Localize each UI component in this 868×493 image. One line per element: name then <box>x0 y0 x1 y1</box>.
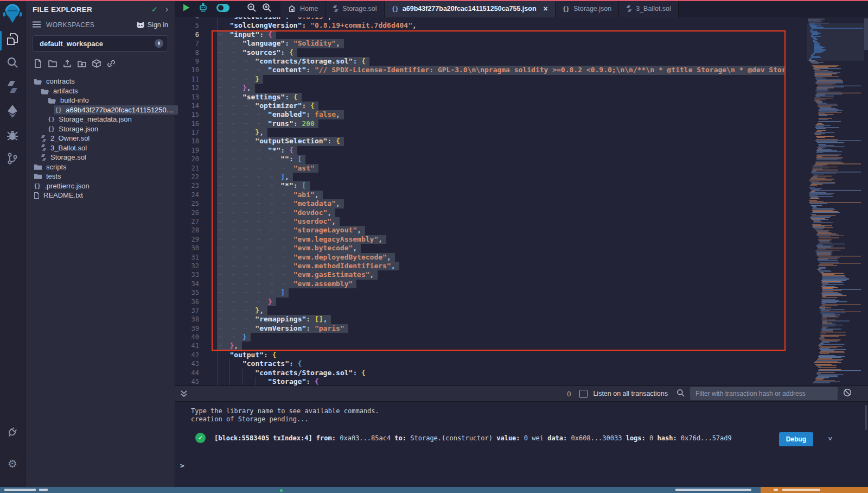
editor-scrollbar[interactable] <box>864 17 868 385</box>
code-line-14[interactable]: 14→→→"optimizer": { <box>175 102 786 110</box>
code-line-37[interactable]: 37→→→}, <box>175 306 786 315</box>
tree-item-artifacts[interactable]: artifacts <box>25 86 175 96</box>
code-line-42[interactable]: 42"output": { <box>175 351 786 359</box>
code-editor[interactable]: 4"solcVersion": "0.8.19",5"solcLongVersi… <box>175 17 868 385</box>
code-line-36[interactable]: 36→→→→} <box>175 298 786 306</box>
workspace-dropdown[interactable]: default_workspace ▲▼ <box>33 35 168 52</box>
code-line-40[interactable]: 40→→} <box>175 333 786 342</box>
code-line-15[interactable]: 15→→→→"enabled": false, <box>175 110 786 119</box>
file-explorer-icon[interactable] <box>0 33 25 46</box>
code-line-43[interactable]: 43"contracts": { <box>175 359 786 368</box>
assistant-toggle[interactable] <box>216 3 230 15</box>
code-line-21[interactable]: 21→→→→→→"ast" <box>175 164 786 173</box>
code-line-28[interactable]: 28→→→→→→"storageLayout", <box>175 226 786 235</box>
tree-item-2-owner-sol[interactable]: 2_Owner.sol <box>25 134 175 143</box>
terminal-search-icon[interactable] <box>676 389 685 399</box>
tree-item-build-info[interactable]: build-info <box>25 96 175 105</box>
tree-item-3-ballot-sol[interactable]: 3_Ballot.sol <box>25 143 175 153</box>
new-file-icon[interactable] <box>34 59 42 70</box>
tree-item-scripts[interactable]: scripts <box>25 162 175 172</box>
settings-gear-icon[interactable]: ⚙ <box>0 458 25 469</box>
code-line-25[interactable]: 25→→→→→→"metadata", <box>175 199 786 208</box>
code-line-27[interactable]: 27→→→→→→"userdoc", <box>175 217 786 226</box>
code-line-35[interactable]: 35→→→→→] <box>175 288 786 297</box>
deploy-run-icon[interactable] <box>0 104 25 118</box>
code-line-33[interactable]: 33→→→→→→"evm.gasEstimates", <box>175 270 786 279</box>
zoom-in-icon[interactable] <box>262 3 272 15</box>
tree-item-storage-sol[interactable]: Storage.sol <box>25 153 175 162</box>
code-line-4[interactable]: 4"solcVersion": "0.8.19", <box>175 17 786 21</box>
code-line-10[interactable]: 10→→→→"content": "// SPDX-License-Identi… <box>175 66 786 74</box>
code-line-12[interactable]: 12→→}, <box>175 84 786 92</box>
git-icon[interactable] <box>0 152 25 165</box>
code-line-16[interactable]: 16→→→→"runs": 200 <box>175 119 786 128</box>
code-line-38[interactable]: 38→→→"remappings": [], <box>175 315 786 324</box>
tree-item-a69b43f277ba20fcac141151250ca7-[interactable]: {}a69b43f277ba20fcac141151250ca7... <box>25 105 175 115</box>
new-folder-icon[interactable] <box>48 59 57 70</box>
terminal-expand-button[interactable] <box>175 390 188 397</box>
tab-home[interactable]: Home <box>280 0 326 17</box>
hamburger-menu-icon[interactable] <box>33 20 41 30</box>
github-signin-button[interactable]: Sign in <box>136 21 168 29</box>
tree-item-readme-txt[interactable]: README.txt <box>25 191 175 200</box>
zoom-out-icon[interactable] <box>247 3 257 15</box>
code-line-6[interactable]: 6→"input": { <box>175 30 786 39</box>
debugger-icon[interactable] <box>0 129 25 141</box>
code-line-20[interactable]: 20→→→→→"": [ <box>175 155 786 163</box>
ai-assistant-icon[interactable] <box>198 3 208 15</box>
code-line-24[interactable]: 24→→→→→→"abi", <box>175 191 786 199</box>
terminal-prompt[interactable]: > <box>180 462 184 470</box>
code-line-7[interactable]: 7→→"language": "Solidity", <box>175 39 786 48</box>
terminal[interactable]: Type the library name to see available c… <box>175 402 868 487</box>
close-tab-icon[interactable]: × <box>544 5 548 12</box>
code-line-34[interactable]: 34→→→→→→"evm.assembly" <box>175 280 786 288</box>
terminal-scrollbar[interactable] <box>865 405 867 430</box>
tab-storage-sol[interactable]: Storage.sol <box>326 0 384 17</box>
code-line-32[interactable]: 32→→→→→→"evm.methodIdentifiers", <box>175 262 786 270</box>
code-line-39[interactable]: 39→→→"evmVersion": "paris" <box>175 324 786 333</box>
code-line-45[interactable]: 45"Storage": { <box>175 377 786 385</box>
tx-expand-caret-icon[interactable]: ˅ <box>828 435 832 443</box>
tab-storage-json[interactable]: {}Storage.json <box>556 0 619 17</box>
remix-logo-icon[interactable] <box>0 3 25 24</box>
plugin-manager-icon[interactable] <box>0 427 25 439</box>
upload-file-icon[interactable] <box>63 59 72 70</box>
search-icon[interactable] <box>0 56 25 68</box>
code-line-31[interactable]: 31→→→→→→"evm.deployedBytecode", <box>175 253 786 262</box>
solidity-compiler-icon[interactable] <box>0 80 25 93</box>
run-script-button[interactable] <box>182 3 190 14</box>
listen-checkbox[interactable] <box>579 390 588 398</box>
code-line-17[interactable]: 17→→→}, <box>175 128 786 137</box>
status-alert-badge[interactable] <box>761 487 868 493</box>
code-line-23[interactable]: 23→→→→→"*": [ <box>175 181 786 190</box>
code-line-26[interactable]: 26→→→→→→"devdoc", <box>175 208 786 217</box>
tree-item-contracts[interactable]: contracts <box>25 77 175 86</box>
code-line-5[interactable]: 5"solcLongVersion": "0.8.19+commit.7dd6d… <box>175 21 786 30</box>
tree-item-tests[interactable]: tests <box>25 172 175 181</box>
code-line-29[interactable]: 29→→→→→→"evm.legacyAssembly", <box>175 235 786 244</box>
chevron-right-icon[interactable]: › <box>165 5 168 14</box>
clear-console-icon[interactable] <box>843 388 852 399</box>
tree-item--prettierrc-json[interactable]: {}.prettierrc.json <box>25 181 175 191</box>
code-line-18[interactable]: 18→→→"outputSelection": { <box>175 137 786 146</box>
code-line-19[interactable]: 19→→→→"*": { <box>175 146 786 155</box>
code-line-22[interactable]: 22→→→→→], <box>175 173 786 181</box>
code-line-8[interactable]: 8→→"sources": { <box>175 48 786 57</box>
tree-item-storage-json[interactable]: {}Storage.json <box>25 124 175 134</box>
tab-3-ballot-sol[interactable]: 3_Ballot.sol <box>619 0 679 17</box>
tab-a69b43f277ba20fcac141151250ca755-json[interactable]: {}a69b43f277ba20fcac141151250ca755.json× <box>385 0 556 17</box>
code-line-13[interactable]: 13→→"settings": { <box>175 93 786 102</box>
upload-folder-icon[interactable] <box>78 59 86 70</box>
publish-box-icon[interactable] <box>92 59 101 70</box>
code-line-30[interactable]: 30→→→→→→"evm.bytecode", <box>175 244 786 252</box>
tree-item-storage-metadata-json[interactable]: {}Storage_metadata.json <box>25 115 175 124</box>
code-line-44[interactable]: 44"contracts/Storage.sol": { <box>175 369 786 377</box>
transaction-row[interactable]: ✓ [block:5583405 txIndex:4] from: 0xa03.… <box>195 433 765 443</box>
link-icon[interactable] <box>107 59 116 70</box>
editor-minimap[interactable] <box>807 18 864 385</box>
code-line-41[interactable]: 41→}, <box>175 342 786 350</box>
transaction-filter-input[interactable] <box>690 387 838 400</box>
code-line-9[interactable]: 9→→→"contracts/Storage.sol": { <box>175 57 786 66</box>
debug-button[interactable]: Debug <box>779 432 813 446</box>
code-line-11[interactable]: 11→→→} <box>175 75 786 84</box>
